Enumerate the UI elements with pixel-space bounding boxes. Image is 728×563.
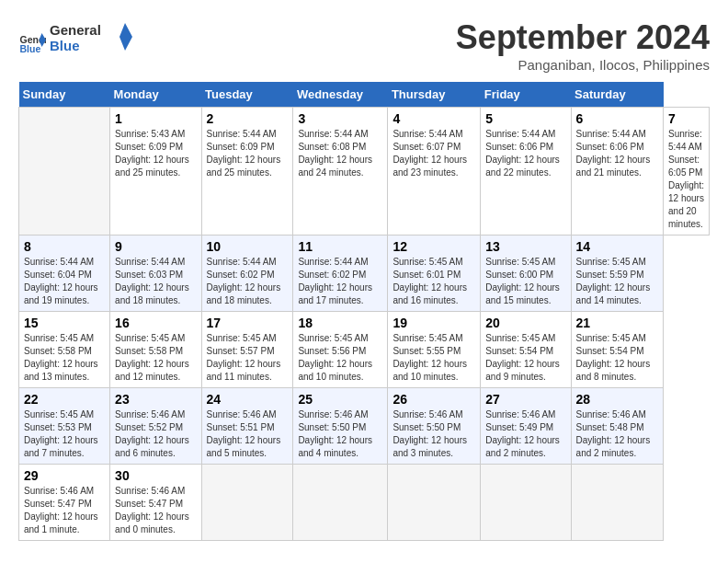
logo: General Blue General Blue — [18, 18, 132, 63]
calendar-cell — [201, 465, 293, 541]
calendar-cell — [481, 465, 571, 541]
day-number: 5 — [485, 111, 565, 126]
calendar-cell — [571, 465, 663, 541]
calendar-cell: 21Sunrise: 5:45 AMSunset: 5:54 PMDayligh… — [571, 312, 663, 388]
day-number: 25 — [298, 392, 382, 407]
month-title: September 2024 — [456, 18, 710, 57]
location: Panganiban, Ilocos, Philippines — [456, 57, 710, 73]
day-number: 24 — [207, 392, 289, 407]
svg-text:General: General — [50, 22, 101, 38]
day-info: Sunrise: 5:44 AMSunset: 6:04 PMDaylight:… — [24, 256, 105, 307]
svg-text:Blue: Blue — [50, 38, 80, 53]
day-info: Sunrise: 5:45 AMSunset: 5:57 PMDaylight:… — [207, 332, 289, 384]
logo-svg: General Blue — [50, 18, 132, 60]
day-number: 21 — [576, 316, 658, 330]
day-number: 16 — [115, 316, 196, 330]
day-info: Sunrise: 5:44 AMSunset: 6:05 PMDaylight:… — [668, 128, 704, 231]
day-info: Sunrise: 5:45 AMSunset: 6:00 PMDaylight:… — [485, 256, 565, 307]
calendar-cell: 17Sunrise: 5:45 AMSunset: 5:57 PMDayligh… — [201, 312, 293, 388]
calendar-cell — [293, 465, 388, 541]
calendar-cell: 7Sunrise: 5:44 AMSunset: 6:05 PMDaylight… — [664, 108, 710, 236]
day-number: 4 — [392, 111, 475, 126]
calendar-cell: 23Sunrise: 5:46 AMSunset: 5:52 PMDayligh… — [110, 388, 201, 465]
calendar-cell: 29Sunrise: 5:46 AMSunset: 5:47 PMDayligh… — [19, 465, 110, 541]
day-info: Sunrise: 5:44 AMSunset: 6:07 PMDaylight:… — [392, 128, 475, 179]
day-info: Sunrise: 5:44 AMSunset: 6:09 PMDaylight:… — [207, 128, 289, 179]
day-number: 1 — [115, 111, 196, 126]
day-info: Sunrise: 5:46 AMSunset: 5:48 PMDaylight:… — [576, 408, 658, 460]
title-area: September 2024 Panganiban, Ilocos, Phili… — [456, 18, 710, 73]
day-number: 10 — [207, 239, 289, 254]
svg-text:Blue: Blue — [20, 43, 41, 54]
day-number: 22 — [24, 392, 105, 407]
day-number: 30 — [115, 468, 196, 483]
day-info: Sunrise: 5:45 AMSunset: 5:56 PMDaylight:… — [298, 332, 382, 384]
day-number: 26 — [392, 392, 475, 407]
day-info: Sunrise: 5:45 AMSunset: 5:59 PMDaylight:… — [576, 256, 658, 307]
calendar-week-row: 22Sunrise: 5:45 AMSunset: 5:53 PMDayligh… — [19, 388, 710, 465]
column-header-sunday: Sunday — [19, 82, 110, 108]
day-number: 8 — [24, 239, 105, 254]
day-info: Sunrise: 5:46 AMSunset: 5:51 PMDaylight:… — [207, 408, 289, 460]
calendar-week-row: 29Sunrise: 5:46 AMSunset: 5:47 PMDayligh… — [19, 465, 710, 541]
day-number: 14 — [576, 239, 658, 254]
day-info: Sunrise: 5:46 AMSunset: 5:47 PMDaylight:… — [115, 485, 196, 536]
calendar-cell: 18Sunrise: 5:45 AMSunset: 5:56 PMDayligh… — [293, 312, 388, 388]
day-number: 2 — [207, 111, 289, 126]
calendar-cell: 15Sunrise: 5:45 AMSunset: 5:58 PMDayligh… — [19, 312, 110, 388]
calendar-cell: 27Sunrise: 5:46 AMSunset: 5:49 PMDayligh… — [481, 388, 571, 465]
calendar-cell: 6Sunrise: 5:44 AMSunset: 6:06 PMDaylight… — [571, 108, 663, 236]
day-info: Sunrise: 5:45 AMSunset: 5:58 PMDaylight:… — [115, 332, 196, 384]
day-info: Sunrise: 5:45 AMSunset: 5:55 PMDaylight:… — [392, 332, 475, 384]
calendar-cell: 16Sunrise: 5:45 AMSunset: 5:58 PMDayligh… — [110, 312, 201, 388]
calendar-cell: 22Sunrise: 5:45 AMSunset: 5:53 PMDayligh… — [19, 388, 110, 465]
calendar-cell: 13Sunrise: 5:45 AMSunset: 6:00 PMDayligh… — [481, 236, 571, 312]
day-number: 29 — [24, 468, 105, 483]
calendar-cell: 19Sunrise: 5:45 AMSunset: 5:55 PMDayligh… — [388, 312, 481, 388]
page-header: General Blue General Blue September 2024… — [18, 18, 710, 73]
day-info: Sunrise: 5:44 AMSunset: 6:02 PMDaylight:… — [207, 256, 289, 307]
day-info: Sunrise: 5:44 AMSunset: 6:06 PMDaylight:… — [485, 128, 565, 179]
day-info: Sunrise: 5:46 AMSunset: 5:52 PMDaylight:… — [115, 408, 196, 460]
calendar-cell: 20Sunrise: 5:45 AMSunset: 5:54 PMDayligh… — [481, 312, 571, 388]
calendar-week-row: 15Sunrise: 5:45 AMSunset: 5:58 PMDayligh… — [19, 312, 710, 388]
calendar-cell: 10Sunrise: 5:44 AMSunset: 6:02 PMDayligh… — [201, 236, 293, 312]
day-number: 6 — [576, 111, 658, 126]
day-number: 15 — [24, 316, 105, 330]
column-header-thursday: Thursday — [388, 82, 481, 108]
day-info: Sunrise: 5:44 AMSunset: 6:03 PMDaylight:… — [115, 256, 196, 307]
day-number: 9 — [115, 239, 196, 254]
day-number: 28 — [576, 392, 658, 407]
calendar-cell: 8Sunrise: 5:44 AMSunset: 6:04 PMDaylight… — [19, 236, 110, 312]
day-info: Sunrise: 5:45 AMSunset: 5:54 PMDaylight:… — [576, 332, 658, 384]
day-info: Sunrise: 5:44 AMSunset: 6:08 PMDaylight:… — [298, 128, 382, 179]
day-number: 19 — [392, 316, 475, 330]
day-number: 7 — [668, 111, 704, 126]
calendar-cell — [388, 465, 481, 541]
day-number: 11 — [298, 239, 382, 254]
day-info: Sunrise: 5:45 AMSunset: 5:54 PMDaylight:… — [485, 332, 565, 384]
calendar-cell: 1Sunrise: 5:43 AMSunset: 6:09 PMDaylight… — [110, 108, 201, 236]
day-number: 20 — [485, 316, 565, 330]
day-info: Sunrise: 5:44 AMSunset: 6:06 PMDaylight:… — [576, 128, 658, 179]
calendar-cell — [19, 108, 110, 236]
day-info: Sunrise: 5:46 AMSunset: 5:50 PMDaylight:… — [298, 408, 382, 460]
calendar-cell: 25Sunrise: 5:46 AMSunset: 5:50 PMDayligh… — [293, 388, 388, 465]
day-info: Sunrise: 5:45 AMSunset: 5:53 PMDaylight:… — [24, 408, 105, 460]
day-info: Sunrise: 5:45 AMSunset: 5:58 PMDaylight:… — [24, 332, 105, 384]
calendar-cell: 5Sunrise: 5:44 AMSunset: 6:06 PMDaylight… — [481, 108, 571, 236]
day-number: 3 — [298, 111, 382, 126]
day-info: Sunrise: 5:46 AMSunset: 5:47 PMDaylight:… — [24, 485, 105, 536]
day-info: Sunrise: 5:43 AMSunset: 6:09 PMDaylight:… — [115, 128, 196, 179]
day-number: 18 — [298, 316, 382, 330]
calendar-cell: 24Sunrise: 5:46 AMSunset: 5:51 PMDayligh… — [201, 388, 293, 465]
day-number: 12 — [392, 239, 475, 254]
day-info: Sunrise: 5:46 AMSunset: 5:50 PMDaylight:… — [392, 408, 475, 460]
day-number: 17 — [207, 316, 289, 330]
day-info: Sunrise: 5:44 AMSunset: 6:02 PMDaylight:… — [298, 256, 382, 307]
column-header-saturday: Saturday — [571, 82, 663, 108]
day-number: 27 — [485, 392, 565, 407]
calendar-cell: 28Sunrise: 5:46 AMSunset: 5:48 PMDayligh… — [571, 388, 663, 465]
column-header-tuesday: Tuesday — [201, 82, 293, 108]
calendar-week-row: 8Sunrise: 5:44 AMSunset: 6:04 PMDaylight… — [19, 236, 710, 312]
